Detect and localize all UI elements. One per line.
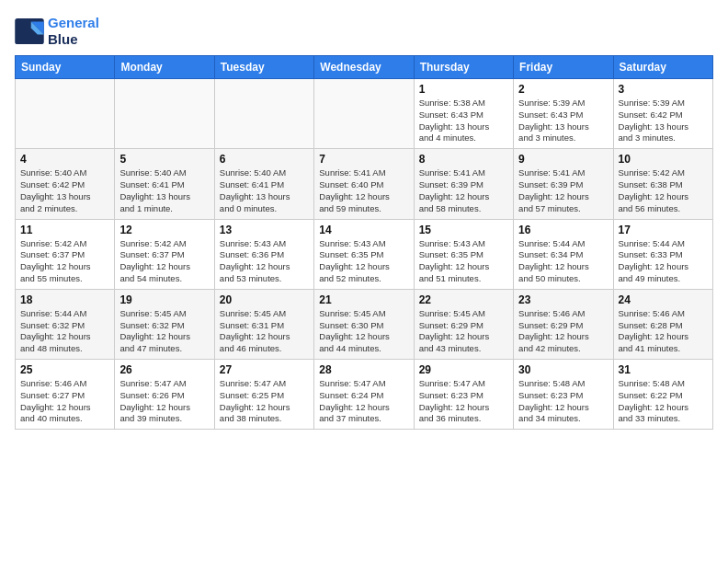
day-number: 29 xyxy=(419,363,508,376)
weekday-header: Wednesday xyxy=(314,56,414,79)
day-info: Sunrise: 5:45 AM Sunset: 6:30 PM Dayligh… xyxy=(319,308,408,355)
day-info: Sunrise: 5:47 AM Sunset: 6:25 PM Dayligh… xyxy=(220,378,309,425)
day-info: Sunrise: 5:41 AM Sunset: 6:40 PM Dayligh… xyxy=(319,167,408,214)
calendar-cell: 19Sunrise: 5:45 AM Sunset: 6:32 PM Dayli… xyxy=(115,289,214,359)
calendar-cell: 24Sunrise: 5:46 AM Sunset: 6:28 PM Dayli… xyxy=(613,289,712,359)
day-info: Sunrise: 5:47 AM Sunset: 6:23 PM Dayligh… xyxy=(419,378,508,425)
weekday-header: Sunday xyxy=(16,56,115,79)
day-info: Sunrise: 5:42 AM Sunset: 6:37 PM Dayligh… xyxy=(119,238,209,285)
day-info: Sunrise: 5:40 AM Sunset: 6:41 PM Dayligh… xyxy=(119,167,209,214)
day-number: 11 xyxy=(20,224,109,236)
calendar-cell: 29Sunrise: 5:47 AM Sunset: 6:23 PM Dayli… xyxy=(414,360,513,430)
logo-icon xyxy=(15,18,44,44)
day-info: Sunrise: 5:42 AM Sunset: 6:37 PM Dayligh… xyxy=(20,238,109,285)
day-number: 17 xyxy=(619,224,708,236)
header: General Blue xyxy=(15,15,713,48)
day-number: 22 xyxy=(419,293,508,306)
day-number: 2 xyxy=(518,83,608,96)
day-number: 1 xyxy=(419,83,508,96)
day-number: 7 xyxy=(319,153,408,166)
calendar-cell: 3Sunrise: 5:39 AM Sunset: 6:42 PM Daylig… xyxy=(613,79,712,149)
weekday-header: Friday xyxy=(514,56,613,79)
calendar-week-row: 1Sunrise: 5:38 AM Sunset: 6:43 PM Daylig… xyxy=(16,79,713,149)
day-info: Sunrise: 5:40 AM Sunset: 6:41 PM Dayligh… xyxy=(220,167,309,214)
calendar-cell xyxy=(214,79,313,149)
day-number: 21 xyxy=(319,293,408,306)
day-number: 25 xyxy=(20,363,109,376)
day-number: 24 xyxy=(619,293,708,306)
day-number: 18 xyxy=(20,293,109,306)
calendar-header-row: SundayMondayTuesdayWednesdayThursdayFrid… xyxy=(16,56,713,79)
calendar-cell: 8Sunrise: 5:41 AM Sunset: 6:39 PM Daylig… xyxy=(414,149,513,219)
day-info: Sunrise: 5:47 AM Sunset: 6:26 PM Dayligh… xyxy=(119,378,209,425)
day-info: Sunrise: 5:45 AM Sunset: 6:32 PM Dayligh… xyxy=(119,308,209,355)
day-number: 27 xyxy=(220,363,309,376)
calendar-cell: 18Sunrise: 5:44 AM Sunset: 6:32 PM Dayli… xyxy=(16,289,115,359)
day-number: 6 xyxy=(220,153,309,166)
logo: General Blue xyxy=(15,15,99,48)
calendar-cell: 21Sunrise: 5:45 AM Sunset: 6:30 PM Dayli… xyxy=(314,289,414,359)
calendar-cell: 13Sunrise: 5:43 AM Sunset: 6:36 PM Dayli… xyxy=(214,219,313,289)
weekday-header: Monday xyxy=(115,56,214,79)
day-number: 20 xyxy=(220,293,309,306)
calendar-cell: 14Sunrise: 5:43 AM Sunset: 6:35 PM Dayli… xyxy=(314,219,414,289)
day-number: 8 xyxy=(419,153,508,166)
weekday-header: Saturday xyxy=(613,56,712,79)
day-number: 15 xyxy=(419,224,508,236)
day-info: Sunrise: 5:44 AM Sunset: 6:34 PM Dayligh… xyxy=(518,238,608,285)
weekday-header: Tuesday xyxy=(214,56,313,79)
day-number: 10 xyxy=(619,153,708,166)
calendar-table: SundayMondayTuesdayWednesdayThursdayFrid… xyxy=(15,55,713,430)
day-info: Sunrise: 5:44 AM Sunset: 6:33 PM Dayligh… xyxy=(619,238,708,285)
day-number: 3 xyxy=(619,83,708,96)
day-info: Sunrise: 5:45 AM Sunset: 6:31 PM Dayligh… xyxy=(220,308,309,355)
day-number: 4 xyxy=(20,153,109,166)
day-info: Sunrise: 5:45 AM Sunset: 6:29 PM Dayligh… xyxy=(419,308,508,355)
day-number: 26 xyxy=(119,363,209,376)
day-number: 23 xyxy=(518,293,608,306)
calendar-cell: 23Sunrise: 5:46 AM Sunset: 6:29 PM Dayli… xyxy=(514,289,613,359)
day-number: 12 xyxy=(119,224,209,236)
logo-text: General Blue xyxy=(48,15,99,48)
day-number: 13 xyxy=(220,224,309,236)
day-number: 9 xyxy=(518,153,608,166)
calendar-week-row: 4Sunrise: 5:40 AM Sunset: 6:42 PM Daylig… xyxy=(16,149,713,219)
calendar-cell: 12Sunrise: 5:42 AM Sunset: 6:37 PM Dayli… xyxy=(115,219,214,289)
calendar-cell xyxy=(16,79,115,149)
calendar-week-row: 25Sunrise: 5:46 AM Sunset: 6:27 PM Dayli… xyxy=(16,360,713,430)
calendar-cell xyxy=(115,79,214,149)
day-info: Sunrise: 5:41 AM Sunset: 6:39 PM Dayligh… xyxy=(518,167,608,214)
day-info: Sunrise: 5:48 AM Sunset: 6:22 PM Dayligh… xyxy=(619,378,708,425)
day-number: 19 xyxy=(119,293,209,306)
day-info: Sunrise: 5:46 AM Sunset: 6:29 PM Dayligh… xyxy=(518,308,608,355)
calendar-cell: 6Sunrise: 5:40 AM Sunset: 6:41 PM Daylig… xyxy=(214,149,313,219)
day-number: 14 xyxy=(319,224,408,236)
calendar-week-row: 18Sunrise: 5:44 AM Sunset: 6:32 PM Dayli… xyxy=(16,289,713,359)
day-info: Sunrise: 5:41 AM Sunset: 6:39 PM Dayligh… xyxy=(419,167,508,214)
calendar-cell: 20Sunrise: 5:45 AM Sunset: 6:31 PM Dayli… xyxy=(214,289,313,359)
calendar-cell xyxy=(314,79,414,149)
day-number: 31 xyxy=(619,363,708,376)
day-info: Sunrise: 5:38 AM Sunset: 6:43 PM Dayligh… xyxy=(419,98,508,144)
day-info: Sunrise: 5:44 AM Sunset: 6:32 PM Dayligh… xyxy=(20,308,109,355)
calendar-cell: 15Sunrise: 5:43 AM Sunset: 6:35 PM Dayli… xyxy=(414,219,513,289)
day-info: Sunrise: 5:47 AM Sunset: 6:24 PM Dayligh… xyxy=(319,378,408,425)
day-info: Sunrise: 5:46 AM Sunset: 6:28 PM Dayligh… xyxy=(619,308,708,355)
calendar-cell: 11Sunrise: 5:42 AM Sunset: 6:37 PM Dayli… xyxy=(16,219,115,289)
day-info: Sunrise: 5:43 AM Sunset: 6:36 PM Dayligh… xyxy=(220,238,309,285)
day-number: 5 xyxy=(119,153,209,166)
calendar-cell: 25Sunrise: 5:46 AM Sunset: 6:27 PM Dayli… xyxy=(16,360,115,430)
day-info: Sunrise: 5:48 AM Sunset: 6:23 PM Dayligh… xyxy=(518,378,608,425)
day-info: Sunrise: 5:46 AM Sunset: 6:27 PM Dayligh… xyxy=(20,378,109,425)
day-info: Sunrise: 5:40 AM Sunset: 6:42 PM Dayligh… xyxy=(20,167,109,214)
day-info: Sunrise: 5:43 AM Sunset: 6:35 PM Dayligh… xyxy=(419,238,508,285)
day-number: 28 xyxy=(319,363,408,376)
calendar-cell: 2Sunrise: 5:39 AM Sunset: 6:43 PM Daylig… xyxy=(514,79,613,149)
day-info: Sunrise: 5:42 AM Sunset: 6:38 PM Dayligh… xyxy=(619,167,708,214)
calendar-cell: 7Sunrise: 5:41 AM Sunset: 6:40 PM Daylig… xyxy=(314,149,414,219)
calendar-cell: 10Sunrise: 5:42 AM Sunset: 6:38 PM Dayli… xyxy=(613,149,712,219)
calendar-cell: 28Sunrise: 5:47 AM Sunset: 6:24 PM Dayli… xyxy=(314,360,414,430)
day-number: 30 xyxy=(518,363,608,376)
weekday-header: Thursday xyxy=(414,56,513,79)
day-number: 16 xyxy=(518,224,608,236)
